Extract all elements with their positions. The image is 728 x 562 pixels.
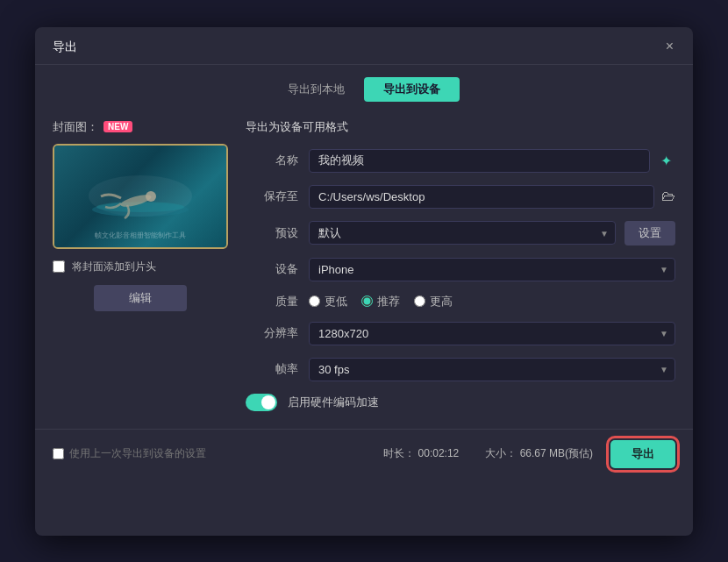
remember-label: 使用上一次导出到设备的设置 — [69, 446, 206, 461]
quality-low[interactable]: 更低 — [309, 294, 347, 309]
cover-image-inner: 帧文化影音相册智能制作工具 — [54, 146, 226, 247]
export-button[interactable]: 导出 — [610, 440, 675, 468]
close-button[interactable]: × — [660, 38, 679, 55]
hardware-toggle-row: 启用硬件编码加速 — [246, 394, 675, 411]
dialog-footer: 使用上一次导出到设备的设置 时长： 00:02:12 大小： 66.67 MB(… — [35, 429, 693, 479]
name-input[interactable] — [309, 149, 650, 173]
left-panel: 封面图： NEW — [53, 119, 228, 411]
swimmer-illustration — [88, 170, 193, 223]
fps-select-wrapper: 24 fps 30 fps 60 fps ▼ — [309, 358, 675, 381]
footer-center: 时长： 00:02:12 大小： 66.67 MB(预估) — [383, 446, 593, 461]
settings-button[interactable]: 设置 — [625, 221, 675, 245]
ai-button[interactable]: ✦ — [657, 151, 675, 171]
device-row: 设备 iPhone Android iPad ▼ — [246, 258, 675, 281]
new-badge: NEW — [103, 121, 132, 132]
cover-image: 帧文化影音相册智能制作工具 — [53, 144, 228, 249]
save-path-input[interactable] — [309, 185, 654, 209]
name-row: 名称 ✦ — [246, 149, 675, 173]
quality-label: 质量 — [246, 294, 298, 309]
section-title: 导出为设备可用格式 — [246, 119, 675, 135]
device-select-wrapper: iPhone Android iPad ▼ — [309, 258, 675, 281]
quality-radio-group: 更低 推荐 更高 — [309, 294, 453, 309]
cover-checkbox-label: 将封面添加到片头 — [72, 260, 156, 274]
quality-recommend[interactable]: 推荐 — [361, 294, 400, 309]
resolution-select[interactable]: 1280x720 1920x1080 3840x2160 — [309, 322, 675, 345]
preset-label: 预设 — [246, 225, 298, 241]
tab-local[interactable]: 导出到本地 — [268, 77, 364, 102]
quality-row: 质量 更低 推荐 更高 — [246, 294, 675, 309]
svg-point-3 — [146, 191, 156, 202]
device-label: 设备 — [246, 261, 298, 277]
device-select[interactable]: iPhone Android iPad — [309, 258, 675, 281]
dialog-title: 导出 — [53, 39, 77, 55]
cover-checkbox[interactable] — [53, 260, 65, 273]
fps-row: 帧率 24 fps 30 fps 60 fps ▼ — [246, 358, 675, 381]
right-panel: 导出为设备可用格式 名称 ✦ 保存至 🗁 预设 默认 ▼ — [246, 119, 675, 411]
footer-left: 使用上一次导出到设备的设置 — [53, 446, 206, 461]
cover-checkbox-row: 将封面添加到片头 — [53, 260, 228, 274]
tab-device[interactable]: 导出到设备 — [364, 77, 460, 102]
name-label: 名称 — [246, 153, 298, 168]
tabs-bar: 导出到本地 导出到设备 — [35, 65, 693, 110]
preset-row: 预设 默认 ▼ 设置 — [246, 221, 675, 245]
duration-info: 时长： 00:02:12 — [383, 446, 459, 461]
resolution-row: 分辨率 1280x720 1920x1080 3840x2160 ▼ — [246, 322, 675, 345]
hardware-label: 启用硬件编码加速 — [288, 395, 379, 410]
folder-button[interactable]: 🗁 — [661, 189, 675, 204]
resolution-select-wrapper: 1280x720 1920x1080 3840x2160 ▼ — [309, 322, 675, 345]
dialog-body: 封面图： NEW — [35, 110, 693, 429]
size-info: 大小： 66.67 MB(预估) — [485, 446, 593, 461]
dialog-header: 导出 × — [35, 27, 693, 65]
toggle-slider — [246, 394, 277, 411]
fps-select[interactable]: 24 fps 30 fps 60 fps — [309, 358, 675, 381]
cover-watermark: 帧文化影音相册智能制作工具 — [54, 231, 226, 240]
save-label: 保存至 — [246, 189, 298, 204]
quality-high[interactable]: 更高 — [414, 294, 453, 309]
cover-label: 封面图： NEW — [53, 119, 228, 135]
export-dialog: 导出 × 导出到本地 导出到设备 封面图： NEW — [35, 27, 693, 536]
preset-select-wrapper: 默认 ▼ — [309, 221, 616, 245]
preset-select[interactable]: 默认 — [309, 221, 616, 245]
hardware-toggle[interactable] — [246, 394, 277, 411]
fps-label: 帧率 — [246, 361, 298, 377]
resolution-label: 分辨率 — [246, 325, 298, 341]
remember-settings-checkbox[interactable] — [53, 448, 64, 459]
save-path-row: 保存至 🗁 — [246, 185, 675, 209]
edit-button[interactable]: 编辑 — [94, 285, 187, 311]
